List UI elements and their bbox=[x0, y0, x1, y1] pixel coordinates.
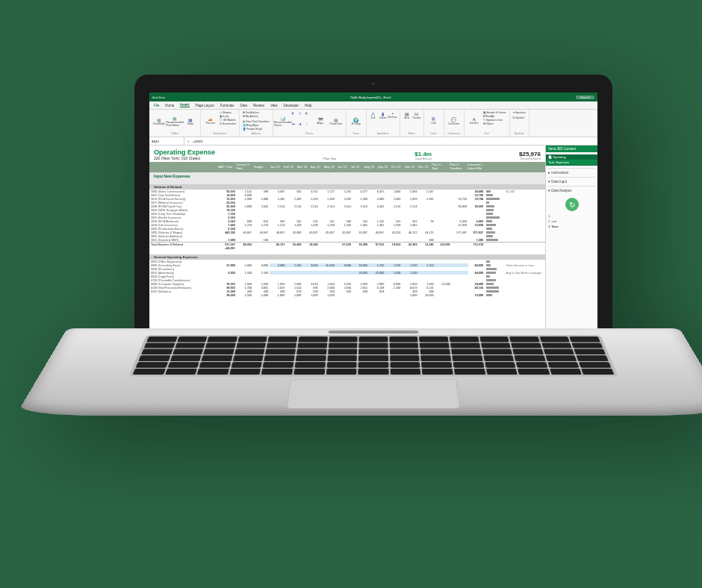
3d-models-button[interactable]: ⬡ 3D Models bbox=[220, 119, 236, 122]
ribbon-group-text: Text bbox=[468, 132, 506, 135]
target-amount: $1.4m bbox=[414, 151, 432, 157]
tab-insert[interactable]: Insert bbox=[180, 103, 189, 107]
pictures-button[interactable]: ⛰Pictures bbox=[204, 111, 217, 131]
side-panel-title: Vena 365 Connect bbox=[546, 146, 597, 152]
timeline-button[interactable]: ⊟Timeline bbox=[413, 111, 420, 119]
remaining-amount: $25,976 bbox=[519, 151, 541, 157]
salaries-table[interactable]: 5000 (Sales Commissions)55,0351,1424984,… bbox=[149, 190, 545, 250]
section1-header: Salaries & Related bbox=[149, 184, 545, 190]
side-section-instructions[interactable]: ▸ Instructions bbox=[548, 168, 595, 177]
textbox-button[interactable]: AText Box bbox=[468, 111, 481, 131]
chart-bar2-icon[interactable]: ▬ bbox=[292, 122, 298, 131]
table-row[interactable]: 39,0001,5001,0001,0001,0001,0001,0001,00… bbox=[149, 293, 545, 297]
3d-map-button[interactable]: 🌍3D Map bbox=[350, 111, 363, 131]
visio-button[interactable]: ◈ Visio Data Visualizer bbox=[243, 120, 270, 123]
sparkline-line-button[interactable]: ⋀Line bbox=[370, 111, 377, 119]
maps-button[interactable]: 🗺Maps bbox=[314, 111, 327, 131]
chart-scatter-icon[interactable]: ⋮ bbox=[305, 122, 311, 131]
tab-page-layout[interactable]: Page Layout bbox=[196, 104, 214, 107]
sparkline-column-button[interactable]: ▮Column bbox=[379, 111, 387, 119]
fx-icon[interactable]: fx bbox=[184, 140, 193, 143]
ribbon-group-tables: Tables bbox=[152, 132, 197, 135]
link-button[interactable]: ⛓Link bbox=[427, 111, 441, 131]
trackpad bbox=[286, 379, 460, 408]
side-tab-operating[interactable]: 📄 Operating bbox=[548, 155, 595, 159]
keyboard bbox=[128, 335, 618, 376]
side-step-3: 3. Save bbox=[548, 225, 595, 228]
people-graph-button[interactable]: 👤 People Graph bbox=[243, 128, 263, 131]
ribbon: ▦PivotTable ▦Recommended PivotTables ▦Ta… bbox=[149, 110, 597, 137]
comment-button[interactable]: 💬Comment bbox=[447, 111, 461, 131]
plan-year-label: Plan Year bbox=[323, 157, 336, 160]
tab-file[interactable]: File bbox=[154, 104, 159, 107]
ribbon-group-illustrations: Illustrations bbox=[204, 132, 236, 135]
ribbon-group-tours: Tours bbox=[350, 132, 363, 135]
page-subtitle: 220 (New York), 010 (Sales) bbox=[154, 156, 215, 160]
bing-maps-button[interactable]: 🌐 Bing Maps bbox=[243, 124, 259, 127]
opex-table[interactable]: 6003 (Office Equipment)6006 (Consulting … bbox=[149, 260, 545, 297]
chart-bar-icon[interactable]: ▮ bbox=[292, 111, 298, 121]
side-section-data-input[interactable]: ▾ Data Input bbox=[548, 177, 595, 186]
tab-review[interactable]: Review bbox=[253, 104, 264, 107]
tab-developer[interactable]: Developer bbox=[284, 104, 299, 107]
chart-line-icon[interactable]: ⋀ bbox=[299, 111, 305, 121]
side-action-button[interactable]: ↻ bbox=[565, 198, 579, 211]
file-name: OpEx Budg Imperial(1) - Excel bbox=[165, 96, 576, 99]
ribbon-group-links: Links bbox=[427, 132, 441, 135]
side-step-1: 1. bbox=[548, 214, 595, 218]
get-addins-button[interactable]: ⊞ Get Add-ins bbox=[243, 111, 259, 114]
side-section-data-analysis[interactable]: ▾ Data Analysis bbox=[548, 186, 595, 195]
recommended-charts-button[interactable]: 📊Recommended Charts bbox=[276, 111, 290, 131]
my-addins-button[interactable]: ⊞ My Add-ins bbox=[243, 115, 258, 118]
formula-input[interactable]: =60000 bbox=[193, 140, 597, 143]
sparkline-winloss-button[interactable]: ▪Win/Loss bbox=[389, 111, 397, 119]
chart-area-icon[interactable]: ◢ bbox=[299, 122, 305, 131]
slicer-button[interactable]: ▤Slicer bbox=[403, 111, 411, 119]
ribbon-group-filters: Filters bbox=[403, 132, 420, 135]
name-box[interactable]: AB46 bbox=[149, 137, 184, 145]
tab-view[interactable]: View bbox=[270, 104, 278, 107]
shapes-button[interactable]: ◇ Shapes bbox=[220, 111, 236, 114]
ribbon-group-symbols: Symbols bbox=[513, 132, 526, 135]
object-button[interactable]: ⊞ Object bbox=[483, 122, 506, 125]
wordart-button[interactable]: A WordArt bbox=[483, 115, 506, 118]
tab-data[interactable]: Data bbox=[240, 104, 248, 107]
column-header-row: MAT / Year Current Yr Total Budget Jan '… bbox=[149, 162, 545, 172]
titlebar: AutoSave OpEx Budg Imperial(1) - Excel S… bbox=[149, 93, 597, 101]
ribbon-tabs: File Home Insert Page Layout Formulas Da… bbox=[149, 101, 597, 110]
signature-button[interactable]: ✎ Signature Line bbox=[483, 119, 506, 122]
chart-pie-icon[interactable]: ◐ bbox=[305, 111, 311, 121]
input-section-header: Input New Expenses bbox=[149, 172, 545, 180]
search-box[interactable]: Search bbox=[576, 96, 594, 99]
side-step-2: 2. sort bbox=[548, 219, 595, 223]
camera-dot bbox=[372, 82, 375, 85]
screenshot-button[interactable]: ⊡ Screenshot bbox=[220, 122, 236, 125]
section2-header: General Operating Expenses bbox=[149, 254, 545, 260]
ribbon-group-charts: Charts bbox=[276, 132, 343, 135]
pivotchart-button[interactable]: ▦PivotChart bbox=[329, 111, 343, 131]
ribbon-group-comments: Comments bbox=[447, 132, 461, 135]
page-title: Operating Expense bbox=[154, 148, 215, 156]
formula-bar: AB46 fx =60000 bbox=[149, 137, 597, 146]
laptop-base bbox=[16, 328, 702, 416]
remaining-label: Remaining Spend bbox=[519, 157, 541, 160]
table-button[interactable]: ▦Table bbox=[184, 111, 197, 131]
tab-help[interactable]: Help bbox=[305, 104, 311, 107]
ribbon-group-addins: Add-ins bbox=[243, 132, 270, 135]
side-panel: Vena 365 Connect 📄 Operating Task: Expen… bbox=[545, 146, 597, 348]
symbol-button[interactable]: Ω Symbol bbox=[513, 116, 526, 119]
autosave-toggle[interactable]: AutoSave bbox=[152, 96, 165, 99]
icons-button[interactable]: ◉ Icons bbox=[220, 115, 236, 118]
tab-home[interactable]: Home bbox=[165, 104, 174, 107]
ribbon-group-sparklines: Sparklines bbox=[370, 132, 397, 135]
header-footer-button[interactable]: ▦ Header & Footer bbox=[483, 111, 506, 114]
target-amount-label: Target Amount bbox=[414, 157, 432, 160]
screen: AutoSave OpEx Budg Imperial(1) - Excel S… bbox=[149, 93, 597, 348]
side-tab-task[interactable]: Task: Expenses bbox=[546, 160, 597, 165]
recommended-pivot-button[interactable]: ▦Recommended PivotTables bbox=[168, 111, 181, 131]
tab-formulas[interactable]: Formulas bbox=[220, 104, 234, 107]
pivot-table-button[interactable]: ▦PivotTable bbox=[152, 111, 166, 131]
equation-button[interactable]: π Equation bbox=[513, 111, 526, 114]
